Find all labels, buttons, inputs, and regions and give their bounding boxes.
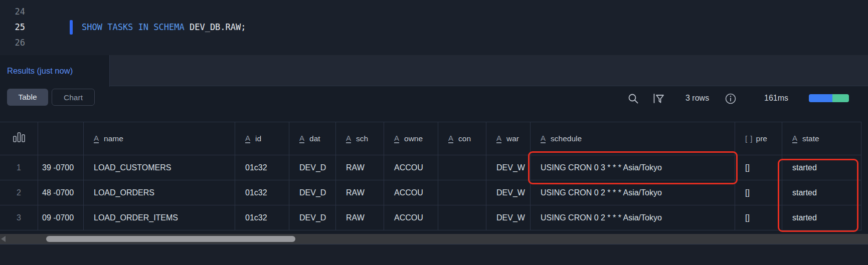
cell-schema[interactable]: RAW xyxy=(336,155,384,180)
row-filler xyxy=(861,155,868,180)
worksheet-results-panel: 24 25 SHOW TASKS IN SCHEMA DEV_DB.RAW; 2… xyxy=(0,0,868,265)
cell-id[interactable]: 01c32 xyxy=(235,180,289,205)
cell-owner[interactable]: ACCOU xyxy=(384,155,438,180)
cell-database[interactable]: DEV_D xyxy=(289,205,336,230)
column-label: state xyxy=(802,134,819,143)
column-label: dat xyxy=(309,134,320,143)
line-number: 24 xyxy=(0,4,25,20)
table-view-button[interactable]: Table xyxy=(7,89,48,106)
column-label: id xyxy=(255,134,261,143)
text-type-icon: A xyxy=(448,134,453,143)
text-type-icon: A xyxy=(245,134,250,143)
cell-state[interactable]: started xyxy=(782,205,861,230)
cell-warehouse[interactable]: DEV_W xyxy=(486,155,531,180)
line-number-active: 25 xyxy=(0,20,25,35)
search-icon[interactable] xyxy=(627,92,640,105)
column-label: war xyxy=(506,134,519,143)
cell-name[interactable]: LOAD_ORDERS xyxy=(84,180,235,205)
column-label: pre xyxy=(756,134,767,143)
column-header-name[interactable]: Aname xyxy=(84,122,235,155)
text-type-icon: A xyxy=(541,134,546,143)
cell-warehouse[interactable]: DEV_W xyxy=(486,180,531,205)
column-header-schema[interactable]: Asch xyxy=(336,122,384,155)
results-table: Aname Aid Adat Asch Aowne Acon Awar Asch… xyxy=(0,122,868,230)
column-label: sch xyxy=(356,134,368,143)
row-number[interactable]: 3 xyxy=(0,205,38,230)
cell-name[interactable]: LOAD_ORDER_ITEMS xyxy=(84,205,235,230)
cell-state[interactable]: started xyxy=(782,180,861,205)
column-label: schedule xyxy=(551,134,582,143)
sql-code-line[interactable]: SHOW TASKS IN SCHEMA DEV_DB.RAW; xyxy=(82,20,246,35)
cell-owner[interactable]: ACCOU xyxy=(384,180,438,205)
column-header-id[interactable]: Aid xyxy=(235,122,289,155)
filter-icon[interactable] xyxy=(652,92,665,105)
bar-chart-icon xyxy=(13,122,26,155)
text-type-icon: A xyxy=(299,134,304,143)
row-filler xyxy=(861,180,868,205)
cell-created-on[interactable]: 48 -0700 xyxy=(38,180,84,205)
column-header-database[interactable]: Adat xyxy=(289,122,336,155)
cell-database[interactable]: DEV_D xyxy=(289,180,336,205)
cell-predecessors[interactable]: [] xyxy=(735,155,782,180)
cell-schema[interactable]: RAW xyxy=(336,180,384,205)
sql-keywords: SHOW TASKS IN SCHEMA xyxy=(82,22,185,32)
column-header-predecessors[interactable]: [ ]pre xyxy=(735,122,782,155)
text-type-icon: A xyxy=(394,134,399,143)
cell-predecessors[interactable]: [] xyxy=(735,180,782,205)
cell-warehouse[interactable]: DEV_W xyxy=(486,205,531,230)
cell-name[interactable]: LOAD_CUSTOMERS xyxy=(84,155,235,180)
column-label: con xyxy=(458,134,471,143)
bottom-panel xyxy=(0,244,868,265)
cell-database[interactable]: DEV_D xyxy=(289,155,336,180)
row-filler xyxy=(861,205,868,230)
cell-schedule[interactable]: USING CRON 0 2 * * * Asia/Tokyo xyxy=(531,180,735,205)
progress-segment-green xyxy=(832,94,849,102)
column-header-state[interactable]: Astate xyxy=(782,122,861,155)
header-filler xyxy=(861,122,868,155)
text-type-icon: A xyxy=(94,134,99,143)
horizontal-scrollbar-thumb[interactable] xyxy=(46,236,295,242)
text-type-icon: A xyxy=(346,134,351,143)
column-header-rownum[interactable] xyxy=(0,122,38,155)
info-icon[interactable] xyxy=(725,93,738,106)
cell-created-on[interactable]: 39 -0700 xyxy=(38,155,84,180)
line-number: 26 xyxy=(0,35,25,51)
text-type-icon: A xyxy=(792,134,797,143)
row-number[interactable]: 2 xyxy=(0,180,38,205)
cell-state[interactable]: started xyxy=(782,155,861,180)
text-type-icon: A xyxy=(496,134,501,143)
cell-schema[interactable]: RAW xyxy=(336,205,384,230)
column-header-owner[interactable]: Aowne xyxy=(384,122,438,155)
column-header-created-on[interactable] xyxy=(38,122,84,155)
cell-condition[interactable] xyxy=(438,180,486,205)
horizontal-scrollbar-track[interactable] xyxy=(0,234,868,244)
cell-id[interactable]: 01c32 xyxy=(235,155,289,180)
cell-id[interactable]: 01c32 xyxy=(235,205,289,230)
cell-condition[interactable] xyxy=(438,155,486,180)
cell-predecessors[interactable]: [] xyxy=(735,205,782,230)
cell-schedule[interactable]: USING CRON 0 2 * * * Asia/Tokyo xyxy=(531,205,735,230)
row-number[interactable]: 1 xyxy=(0,155,38,180)
column-header-schedule[interactable]: Aschedule xyxy=(531,122,735,155)
sql-editor[interactable]: 24 25 SHOW TASKS IN SCHEMA DEV_DB.RAW; 2… xyxy=(0,0,868,55)
results-tab-bar: Results (just now) xyxy=(0,55,868,86)
array-type-icon: [ ] xyxy=(745,134,753,143)
query-progress-bar xyxy=(809,94,849,102)
column-header-warehouse[interactable]: Awar xyxy=(486,122,531,155)
column-label: name xyxy=(104,134,123,143)
text-cursor xyxy=(70,20,73,35)
cell-condition[interactable] xyxy=(438,205,486,230)
column-header-condition[interactable]: Acon xyxy=(438,122,486,155)
chart-view-button[interactable]: Chart xyxy=(52,89,95,106)
cell-created-on[interactable]: 09 -0700 xyxy=(38,205,84,230)
scroll-left-arrow-icon[interactable] xyxy=(1,236,6,242)
row-count-label: 3 rows xyxy=(685,94,709,103)
progress-segment-blue xyxy=(809,94,832,102)
cell-schedule[interactable]: USING CRON 0 3 * * * Asia/Tokyo xyxy=(531,155,735,180)
cell-owner[interactable]: ACCOU xyxy=(384,205,438,230)
duration-label: 161ms xyxy=(764,94,788,103)
column-label: owne xyxy=(404,134,423,143)
sql-identifier: DEV_DB.RAW; xyxy=(185,22,246,32)
tab-results[interactable]: Results (just now) xyxy=(0,55,110,87)
